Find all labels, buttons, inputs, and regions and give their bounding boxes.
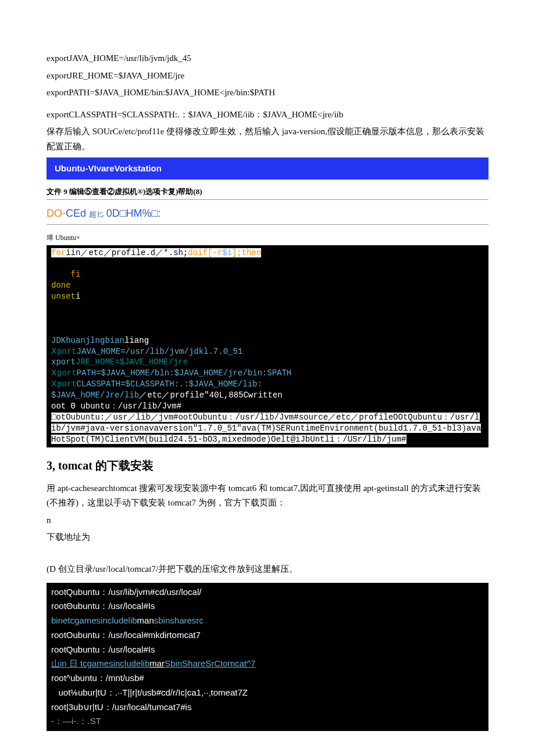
window-title-bar: Ubuntu-VIvareVorkstation (47, 157, 488, 180)
section-p4: (D 创立目录/usr/local/tomcat7/并把下载的压缩文件放到这里解… (47, 562, 488, 577)
vm-tab[interactable]: 埠 Ubuntu× (47, 232, 488, 243)
t2-l6b: mar (149, 658, 165, 668)
t1-p5a: $JAVA_hOME/Jre/lib (51, 390, 139, 400)
section-p3: 下载地址为 (47, 530, 488, 545)
t1-p6: oot Θ ubuntu：/usr/lib/Jvm# (51, 402, 181, 411)
t1-do: do (188, 248, 198, 257)
env-jre-home: exportJRE_HOME=$JAVA_HOME/jre (47, 69, 488, 84)
t1-x3a: Ⅹport (51, 368, 77, 378)
toolbar-seg-b: CEd (66, 207, 89, 219)
t1-fi: fi (71, 270, 81, 279)
t1-unset: unset (51, 292, 76, 301)
t1-p5b: ／etc／profile"40L,885Cwritten (139, 390, 282, 400)
menu-bar[interactable]: 文件 9 编辑⑤查看②虚拟机®)选项卡复)帮助(8) (47, 184, 488, 200)
t2-l4: rootOubuntu：/usr/local#mkdirtomcat7 (51, 630, 201, 640)
t1-unset-i: i (76, 292, 80, 301)
section-p2: n (47, 513, 488, 528)
section-p1: 用 apt-cachesearchtomcat 搜索可发现安装源中有 tomca… (47, 481, 488, 511)
t1-var: $i (222, 248, 232, 257)
t2-l3a: binetcgamesincludelib (51, 615, 137, 625)
toolbar-seg-d: 0D□HM%□: (106, 207, 161, 219)
t2-l3b: man (137, 615, 154, 625)
t1-x1b: JAVA_HOME=/usr/lib/jvm/jdkl.7.0_51 (77, 347, 243, 356)
t2-l8: uot⅛ubur|tU：.··T||r|t/usb#cd/r/Ic|ca1,··… (51, 687, 248, 697)
t1-then: ];then (232, 248, 261, 257)
t2-l6a: 山in 日 tcgamesincludelib (51, 658, 149, 668)
t1-jdk-label2: liang (124, 336, 149, 345)
toolbar[interactable]: DO-CEd 超匕 0D□HM%□: (47, 202, 488, 225)
t2-l6c: SbinShareSrCtomcat^7 (165, 658, 255, 668)
t2-l7: root^ubuntu：/mnt/usb# (51, 673, 144, 683)
t2-l1: rootQubuntu：/usr/lib/jvm#cd/usr/local/ (51, 587, 201, 597)
t2-l10: -：—i-.：.ST (51, 716, 101, 726)
t2-l5: rootQubuntu：/usr/local#Is (51, 644, 155, 654)
terminal-1[interactable]: foriin／etc／profile.d／*.sh;doif[-r$i];the… (47, 245, 488, 447)
toolbar-seg-a: DO- (47, 207, 66, 219)
t2-l2: rootΘubuntu：/usr/local#Is (51, 601, 155, 611)
t1-x2a: xport (51, 357, 76, 367)
t1-x2b: JRE_HOME=$JAVE_HOME/jre (76, 357, 188, 367)
env-java-home: exportJAVA_HOME=/usr/lib/jvm/jdk_45 (47, 51, 488, 66)
env-path: exportPATH=$JAVA_HOME/bin:$JAVA_HOME<jre… (47, 85, 488, 101)
t1-iin: iin (66, 248, 80, 257)
env-note: 保存后输入 SOUrCe/etc/prof11e 使得修改立即生效，然后输入 j… (47, 124, 488, 154)
t1-jdk-label: JDKhuanjlngbian (51, 336, 124, 345)
t1-x4a: Ⅹport (51, 379, 77, 389)
toolbar-seg-c: 超匕 (89, 210, 106, 218)
t1-if: if[-r (198, 248, 222, 257)
t1-x3b: PATH=$JAVA_HOME/bln:$JAVA_HOME/jre/bin:S… (77, 368, 292, 378)
t1-p7: □otOubuntu:／usr／lib／jvm#ootOubuntu：/usr/… (51, 413, 481, 444)
t1-path: ／etc／profile.d／*.sh; (80, 248, 188, 257)
env-classpath: exportCLASSPATH=SCLASSPATH:.：$JAVA_HOME/… (47, 108, 488, 123)
section-heading: 3, tomcat 的下载安装 (47, 456, 488, 475)
t1-x4b: CLASSPATH=$CLASSPATH:.:$JAVA_HOME/lib: (77, 379, 262, 389)
t1-for: for (51, 248, 66, 257)
t2-l9: root|3ub∪r|tU：/usr/local/tumcat7#is (51, 702, 191, 712)
t2-l3c: sbinsharesrc (154, 615, 204, 625)
terminal-2[interactable]: rootQubuntu：/usr/lib/jvm#cd/usr/local/ r… (47, 583, 488, 732)
t1-x1a: Ⅹport (51, 347, 77, 356)
t1-done: done (51, 281, 71, 290)
